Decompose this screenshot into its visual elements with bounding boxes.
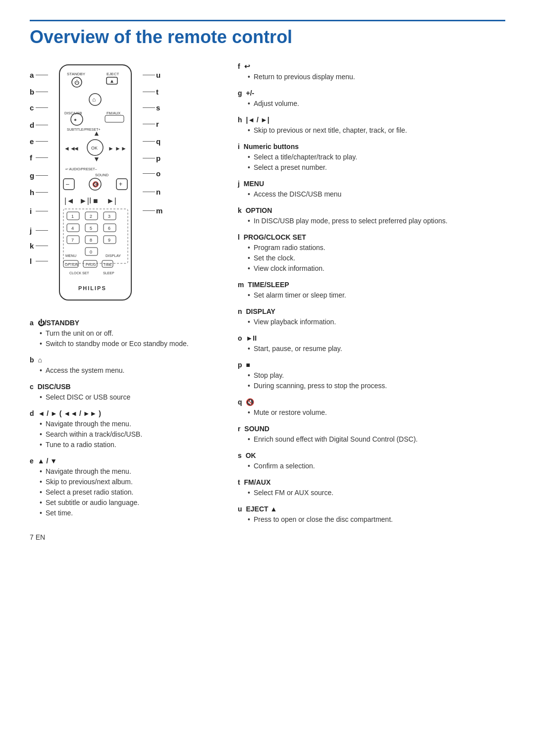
page-number: 7 EN xyxy=(30,533,218,541)
desc-d: d ◄ / ► ( ◄◄ / ►► ) Navigate through the… xyxy=(30,409,218,450)
page-title: Overview of the remote control xyxy=(30,20,505,48)
desc-g: g +/- Adjust volume. xyxy=(238,89,505,109)
desc-j: j MENU Access the DISC/USB menu xyxy=(238,180,505,200)
desc-p: p ■ Stop play. During scanning, press to… xyxy=(238,361,505,391)
desc-a: a ⏻/STANDBY Turn the unit on or off. Swi… xyxy=(30,319,218,349)
svg-text:2: 2 xyxy=(90,214,92,219)
label-h: h xyxy=(30,184,48,200)
desc-r: r SOUND Enrich sound effect with Digital… xyxy=(238,425,505,445)
svg-text:⏻: ⏻ xyxy=(74,80,79,85)
svg-text:DISPLAY: DISPLAY xyxy=(106,253,121,258)
svg-rect-13 xyxy=(105,115,124,122)
label-j: j xyxy=(30,222,48,238)
svg-text:8: 8 xyxy=(90,238,92,243)
svg-text:►: ► xyxy=(108,145,114,152)
svg-text:SLEEP: SLEEP xyxy=(103,271,114,275)
label-s: s xyxy=(143,100,162,115)
svg-text:CLOCK SET: CLOCK SET xyxy=(69,271,89,275)
desc-c: c DISC/USB Select DISC or USB source xyxy=(30,383,218,403)
label-c: c xyxy=(30,100,48,115)
svg-text:⌂: ⌂ xyxy=(92,96,96,103)
label-f: f xyxy=(30,148,48,167)
svg-text:–: – xyxy=(66,181,69,188)
svg-text:MENU: MENU xyxy=(65,253,76,258)
label-o: o xyxy=(143,166,162,181)
svg-text:6: 6 xyxy=(108,226,110,231)
svg-text:1: 1 xyxy=(71,214,74,219)
label-a: a xyxy=(30,66,48,84)
svg-text:+: + xyxy=(119,181,122,188)
svg-text:STANDBY: STANDBY xyxy=(67,72,86,76)
svg-text:▲: ▲ xyxy=(109,78,114,84)
desc-n: n DISPLAY View playback information. xyxy=(238,307,505,327)
svg-text:PHILIPS: PHILIPS xyxy=(78,285,107,291)
desc-s: s OK Confirm a selection. xyxy=(238,452,505,471)
svg-text:4: 4 xyxy=(71,226,74,231)
right-column: f ↩ Return to previous display menu. g +… xyxy=(238,62,505,541)
desc-h: h |◄ / ►| Skip to previous or next title… xyxy=(238,116,505,136)
svg-text:►|I: ►|I xyxy=(79,197,91,205)
label-r: r xyxy=(143,115,162,133)
desc-e: e ▲ / ▼ Navigate through the menu. Skip … xyxy=(30,457,218,518)
svg-text:7: 7 xyxy=(71,238,74,243)
desc-i: i Numeric buttons Select a title/chapter… xyxy=(238,143,505,173)
svg-text:5: 5 xyxy=(90,226,92,231)
remote-diagram: STANDBY ⏻ EJECT ▲ ⌂ DISC/USB ● xyxy=(50,62,141,305)
desc-l: l PROG/CLOCK SET Program radio stations.… xyxy=(238,233,505,274)
svg-text:TIME: TIME xyxy=(104,263,112,266)
label-m: m xyxy=(143,203,162,218)
label-i: i xyxy=(30,200,48,222)
desc-m: m TIME/SLEEP Set alarm timer or sleep ti… xyxy=(238,281,505,301)
svg-text:|◄: |◄ xyxy=(64,197,74,205)
label-t: t xyxy=(143,84,162,100)
label-p: p xyxy=(143,150,162,166)
svg-text:▲: ▲ xyxy=(93,129,100,137)
svg-text:PROG: PROG xyxy=(86,263,96,266)
svg-text:SOUND: SOUND xyxy=(95,173,109,177)
svg-text:►►: ►► xyxy=(115,145,127,152)
desc-k: k OPTION In DISC/USB play mode, press to… xyxy=(238,206,505,226)
desc-o: o ►II Start, pause, or resume play. xyxy=(238,334,505,354)
desc-f: f ↩ Return to previous display menu. xyxy=(238,62,505,82)
svg-text:OPTION: OPTION xyxy=(65,263,78,266)
label-q: q xyxy=(143,133,162,150)
svg-text:●: ● xyxy=(74,117,77,122)
label-n: n xyxy=(143,181,162,203)
svg-text:9: 9 xyxy=(108,238,110,243)
svg-text:0: 0 xyxy=(90,250,92,254)
desc-b: b ⌂ Access the system menu. xyxy=(30,356,218,376)
svg-text:▼: ▼ xyxy=(93,155,100,163)
svg-text:FM/AUX: FM/AUX xyxy=(107,111,120,115)
svg-text:►|: ►| xyxy=(107,197,116,205)
label-b: b xyxy=(30,84,48,100)
svg-text:◄: ◄ xyxy=(73,145,79,152)
svg-text:EJECT: EJECT xyxy=(107,72,119,76)
svg-text:↩  AUDIO/PRESET–: ↩ AUDIO/PRESET– xyxy=(65,167,97,171)
label-e: e xyxy=(30,134,48,148)
label-k: k xyxy=(30,238,48,253)
desc-t: t FM/AUX Select FM or AUX source. xyxy=(238,478,505,498)
descriptions-left: a ⏻/STANDBY Turn the unit on or off. Swi… xyxy=(30,319,218,541)
desc-u: u EJECT ▲ Press to open or close the dis… xyxy=(238,505,505,525)
svg-text:■: ■ xyxy=(93,197,98,205)
svg-text:3: 3 xyxy=(108,214,110,219)
label-l: l xyxy=(30,253,48,269)
label-d: d xyxy=(30,115,48,134)
label-u: u xyxy=(143,66,162,84)
svg-text:🔇: 🔇 xyxy=(92,181,99,188)
desc-q: q 🔇 Mute or restore volume. xyxy=(238,398,505,418)
svg-text:OK: OK xyxy=(91,146,98,151)
label-g: g xyxy=(30,167,48,184)
